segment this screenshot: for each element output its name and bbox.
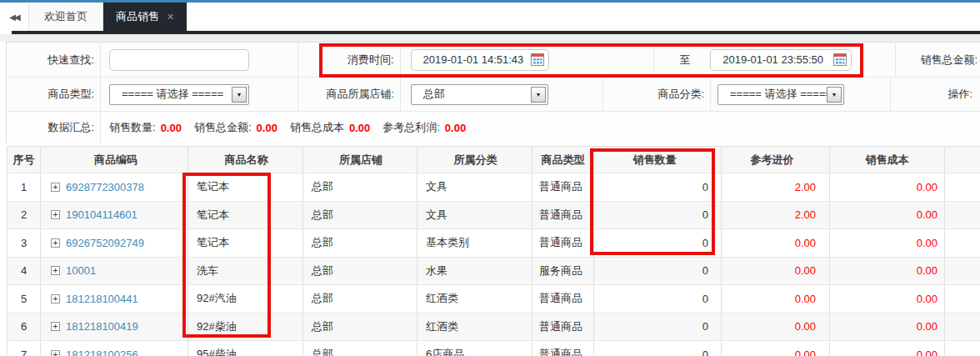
table-row[interactable]: 7+18121810025695#柴油总部6店商品普通商品00.000.00 — [8, 341, 980, 356]
page-gap — [0, 34, 980, 42]
row-ref-price: 2.00 — [722, 202, 830, 229]
collapse-tabs-icon[interactable]: ◀◀ — [0, 3, 28, 31]
summary-sales-amount: 销售总金额: 0.00 — [194, 120, 278, 135]
calendar-icon[interactable] — [833, 53, 847, 66]
expand-row-icon[interactable]: + — [51, 350, 60, 356]
table-row[interactable]: 1+6928772300378笔记本总部文具普通商品02.000.00 — [8, 173, 980, 202]
row-store: 总部 — [303, 229, 418, 257]
row-name: 95#柴油 — [188, 341, 303, 356]
to-label: 至 — [679, 53, 690, 68]
category-label: 商品分类: — [658, 87, 704, 102]
col-store[interactable]: 所属店铺 — [303, 147, 418, 173]
row-code: +181218100441 — [41, 285, 188, 313]
table-row[interactable]: 3+6926752092749笔记本总部基本类别普通商品00.000.00 — [8, 229, 980, 258]
table-header-row: 序号 商品编码 商品名称 所属店铺 所属分类 商品类型 销售数量 参考进价 销售… — [8, 147, 980, 173]
table-row[interactable]: 6+18121810041992#柴油总部红酒类普通商品00.000.00 — [8, 313, 980, 342]
row-ref-price: 2.00 — [722, 173, 830, 201]
product-code-link[interactable]: 181218100419 — [66, 320, 138, 333]
row-category: 水果 — [418, 258, 532, 285]
row-type: 普通商品 — [532, 229, 594, 257]
product-code-link[interactable]: 6928772300378 — [66, 181, 144, 193]
row-amount — [945, 202, 980, 229]
summary-label: 数据汇总: — [48, 120, 94, 135]
row-store: 总部 — [303, 173, 418, 201]
row-ref-price: 0.00 — [722, 313, 830, 341]
col-category[interactable]: 所属分类 — [418, 147, 532, 173]
table-row[interactable]: 2+190104114601笔记本总部文具普通商品02.000.00 — [8, 202, 980, 230]
col-no[interactable]: 序号 — [8, 147, 41, 173]
row-code: +181218100256 — [41, 341, 188, 356]
category-value: ===== 请选择 ===== — [730, 87, 832, 102]
tab-product-sales[interactable]: 商品销售 ✕ — [103, 3, 187, 31]
store-label: 商品所属店铺: — [326, 87, 394, 102]
row-code: +6926752092749 — [41, 229, 188, 257]
expand-row-icon[interactable]: + — [51, 183, 60, 192]
row-type: 普通商品 — [532, 285, 594, 313]
store-select[interactable]: 总部 ▼ — [411, 84, 548, 105]
row-amount — [945, 285, 980, 313]
row-name: 92#柴油 — [188, 313, 303, 341]
row-cost: 0.00 — [830, 202, 945, 229]
row-ref-price: 0.00 — [722, 341, 830, 356]
time-to-input[interactable]: 2019-01-01 23:55:50 — [710, 49, 852, 71]
row-name: 笔记本 — [188, 229, 303, 257]
row-amount — [945, 341, 980, 356]
product-code-link[interactable]: 10001 — [66, 264, 96, 277]
category-select[interactable]: ===== 请选择 ===== ▼ — [718, 84, 844, 105]
row-type: 普通商品 — [532, 202, 594, 229]
row-code: +181218100419 — [41, 313, 188, 341]
row-store: 总部 — [303, 258, 418, 285]
row-no: 4 — [8, 258, 41, 285]
row-qty: 0 — [594, 341, 722, 356]
close-tab-icon[interactable]: ✕ — [167, 12, 174, 23]
row-no: 7 — [8, 341, 41, 356]
expand-row-icon[interactable]: + — [51, 238, 60, 248]
row-code: +6928772300378 — [41, 173, 188, 201]
expand-row-icon[interactable]: + — [51, 266, 60, 275]
col-sales-qty[interactable]: 销售数量 — [594, 147, 722, 173]
product-code-link[interactable]: 181218100441 — [66, 293, 138, 305]
table-row[interactable]: 5+18121810044192#汽油总部红酒类普通商品00.000.00 — [8, 285, 980, 313]
product-type-select[interactable]: ===== 请选择 ===== ▼ — [109, 84, 249, 105]
expand-row-icon[interactable]: + — [51, 322, 60, 331]
time-from-input[interactable]: 2019-01-01 14:51:43 — [411, 49, 549, 71]
table-row[interactable]: 4+10001洗车总部水果服务商品00.000.00 — [8, 258, 980, 286]
tab-welcome[interactable]: 欢迎首页 — [28, 3, 103, 31]
col-sales-cost[interactable]: 销售成本 — [830, 147, 945, 173]
quick-search-label: 快速查找: — [48, 53, 94, 68]
row-cost: 0.00 — [830, 258, 945, 285]
row-store: 总部 — [303, 202, 418, 229]
expand-row-icon[interactable]: + — [51, 210, 60, 219]
row-amount — [945, 229, 980, 257]
row-name: 笔记本 — [188, 173, 303, 201]
product-code-link[interactable]: 181218100256 — [66, 348, 138, 356]
dropdown-arrow-icon[interactable]: ▼ — [531, 87, 546, 103]
col-ref-price[interactable]: 参考进价 — [722, 147, 830, 173]
row-qty: 0 — [594, 202, 722, 229]
row-code: +10001 — [41, 258, 188, 285]
row-cost: 0.00 — [830, 341, 945, 356]
row-ref-price: 0.00 — [722, 285, 830, 313]
col-product-code[interactable]: 商品编码 — [41, 147, 188, 173]
row-category: 红酒类 — [418, 313, 532, 341]
col-product-name[interactable]: 商品名称 — [188, 147, 303, 173]
summary-sales-qty-value: 0.00 — [161, 122, 182, 134]
row-store: 总部 — [303, 313, 418, 341]
row-cost: 0.00 — [830, 285, 945, 313]
filter-panel: 快速查找: 消费时间: 2019-01-01 14:51:43 至 2019-0… — [6, 42, 980, 143]
filter-row-2: 商品类型: ===== 请选择 ===== ▼ 商品所属店铺: 总部 ▼ 商品分… — [7, 78, 980, 112]
row-category: 基本类别 — [418, 229, 532, 257]
product-code-link[interactable]: 190104114601 — [66, 208, 138, 221]
calendar-icon[interactable] — [531, 53, 544, 66]
expand-row-icon[interactable]: + — [51, 294, 60, 303]
row-cost: 0.00 — [830, 313, 945, 341]
col-sales-amount[interactable]: 销售金额 — [945, 147, 980, 173]
quick-search-input[interactable] — [109, 49, 249, 71]
row-type: 普通商品 — [532, 173, 594, 201]
row-amount — [945, 258, 980, 285]
col-product-type[interactable]: 商品类型 — [532, 147, 594, 173]
dropdown-arrow-icon[interactable]: ▼ — [827, 87, 842, 103]
row-no: 6 — [8, 313, 41, 341]
dropdown-arrow-icon[interactable]: ▼ — [232, 87, 247, 103]
product-code-link[interactable]: 6926752092749 — [66, 237, 144, 249]
